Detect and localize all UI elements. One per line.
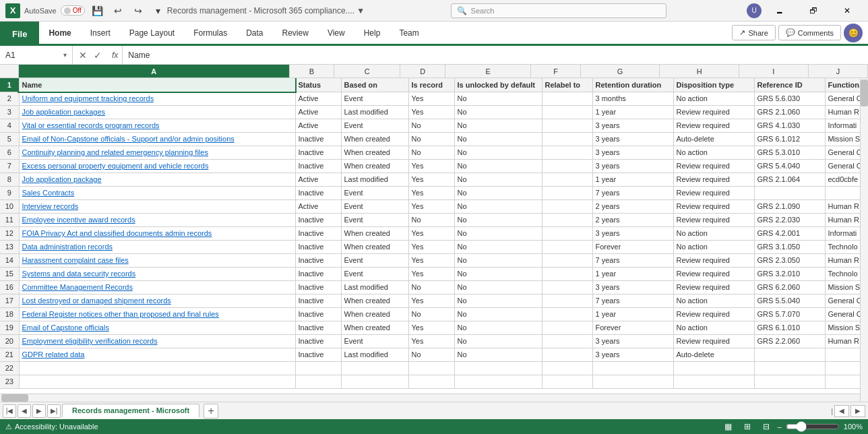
name-box-dropdown[interactable]: ▾ <box>63 51 67 59</box>
cell-D4[interactable]: No <box>408 119 454 132</box>
cell-H13[interactable]: No action <box>673 240 754 253</box>
tab-home[interactable]: Home <box>39 22 80 46</box>
cell-F16[interactable] <box>542 280 592 294</box>
cell-B16[interactable]: Inactive <box>295 280 341 294</box>
cell-D10[interactable]: Yes <box>408 199 454 213</box>
cell-C6[interactable]: When created <box>341 146 408 159</box>
sheet-tab-records[interactable]: Records management - Microsoft <box>62 404 199 418</box>
cell-H16[interactable]: Review required <box>673 280 754 294</box>
cell-C20[interactable]: Event <box>341 334 408 348</box>
cell-E23[interactable] <box>454 375 542 388</box>
cell-I10[interactable]: GRS 2.1.090 <box>754 199 825 213</box>
file-tab[interactable]: File <box>0 22 39 46</box>
ribbon-user-avatar[interactable]: 😊 <box>844 24 863 42</box>
cell-G16[interactable]: 3 years <box>592 280 673 294</box>
cell-I5[interactable]: GRS 6.1.012 <box>754 132 825 146</box>
cell-C13[interactable]: When created <box>341 240 408 253</box>
cell-H17[interactable]: No action <box>673 294 754 307</box>
cell-I2[interactable]: GRS 5.6.030 <box>754 92 825 105</box>
cell-E18[interactable]: No <box>454 307 542 321</box>
cell-H9[interactable]: Review required <box>673 186 754 199</box>
cell-G1[interactable]: Retention duration <box>592 78 673 92</box>
cell-H8[interactable]: Review required <box>673 173 754 186</box>
cell-F14[interactable] <box>542 253 592 267</box>
cell-I18[interactable]: GRS 5.7.070 <box>754 307 825 321</box>
cell-B18[interactable]: Inactive <box>295 307 341 321</box>
cell-I3[interactable]: GRS 2.1.060 <box>754 105 825 119</box>
row-number[interactable]: 15 <box>0 267 19 280</box>
sheet-nav-last[interactable]: ▶| <box>47 404 61 418</box>
cell-D18[interactable]: No <box>408 307 454 321</box>
cell-C18[interactable]: When created <box>341 307 408 321</box>
cell-A22[interactable] <box>19 361 295 375</box>
row-number[interactable]: 9 <box>0 186 19 199</box>
cell-D17[interactable]: Yes <box>408 294 454 307</box>
cell-B22[interactable] <box>295 361 341 375</box>
cell-B3[interactable]: Active <box>295 105 341 119</box>
cell-B9[interactable]: Inactive <box>295 186 341 199</box>
row-number[interactable]: 12 <box>0 226 19 240</box>
cell-C8[interactable]: Last modified <box>341 173 408 186</box>
cell-A14[interactable]: Harassment complaint case files <box>19 253 295 267</box>
row-number[interactable]: 7 <box>0 159 19 173</box>
cell-C7[interactable]: When created <box>341 159 408 173</box>
cell-H14[interactable]: Review required <box>673 253 754 267</box>
cell-D11[interactable]: No <box>408 213 454 226</box>
cell-F20[interactable] <box>542 334 592 348</box>
cell-E20[interactable]: No <box>454 334 542 348</box>
cell-C21[interactable]: Last modified <box>341 348 408 361</box>
cell-C19[interactable]: When created <box>341 321 408 334</box>
cell-E11[interactable]: No <box>454 213 542 226</box>
cell-D13[interactable]: Yes <box>408 240 454 253</box>
cell-C14[interactable]: Event <box>341 253 408 267</box>
cell-H11[interactable]: Review required <box>673 213 754 226</box>
cell-F23[interactable] <box>542 375 592 388</box>
cell-I8[interactable]: GRS 2.1.064 <box>754 173 825 186</box>
cell-A18[interactable]: Federal Register notices other than prop… <box>19 307 295 321</box>
cell-B19[interactable]: Inactive <box>295 321 341 334</box>
cell-H19[interactable]: No action <box>673 321 754 334</box>
row-number[interactable]: 22 <box>0 361 19 375</box>
cell-D20[interactable]: Yes <box>408 334 454 348</box>
cell-G22[interactable] <box>592 361 673 375</box>
cell-E22[interactable] <box>454 361 542 375</box>
cell-C11[interactable]: Event <box>341 213 408 226</box>
comments-button[interactable]: 💬 Comments <box>778 25 841 40</box>
col-header-b[interactable]: B <box>290 65 335 78</box>
cell-E16[interactable]: No <box>454 280 542 294</box>
col-header-h[interactable]: H <box>660 65 739 78</box>
user-avatar[interactable]: U <box>747 3 762 18</box>
cell-G7[interactable]: 3 years <box>592 159 673 173</box>
cell-H20[interactable]: Review required <box>673 334 754 348</box>
cell-C1[interactable]: Based on <box>341 78 408 92</box>
cell-C17[interactable]: When created <box>341 294 408 307</box>
cell-A20[interactable]: Employment eligibility verification reco… <box>19 334 295 348</box>
cell-I16[interactable]: GRS 6.2.060 <box>754 280 825 294</box>
cell-H7[interactable]: Review required <box>673 159 754 173</box>
cell-H22[interactable] <box>673 361 754 375</box>
tab-data[interactable]: Data <box>237 22 272 46</box>
cell-G18[interactable]: 1 year <box>592 307 673 321</box>
cell-E12[interactable]: No <box>454 226 542 240</box>
row-number[interactable]: 1 <box>0 78 19 92</box>
cell-F5[interactable] <box>542 132 592 146</box>
cancel-formula-button[interactable]: ✕ <box>77 50 89 61</box>
cell-E5[interactable]: No <box>454 132 542 146</box>
cell-E9[interactable]: No <box>454 186 542 199</box>
cell-D6[interactable]: No <box>408 146 454 159</box>
cell-I20[interactable]: GRS 2.2.060 <box>754 334 825 348</box>
cell-I17[interactable]: GRS 5.5.040 <box>754 294 825 307</box>
cell-B5[interactable]: Inactive <box>295 132 341 146</box>
close-button[interactable]: ✕ <box>832 0 863 22</box>
cell-G23[interactable] <box>592 375 673 388</box>
cell-E4[interactable]: No <box>454 119 542 132</box>
cell-C12[interactable]: When created <box>341 226 408 240</box>
col-header-i[interactable]: I <box>739 65 809 78</box>
cell-E8[interactable]: No <box>454 173 542 186</box>
cell-A13[interactable]: Data administration records <box>19 240 295 253</box>
row-number[interactable]: 19 <box>0 321 19 334</box>
cell-G9[interactable]: 7 years <box>592 186 673 199</box>
cell-H15[interactable]: Review required <box>673 267 754 280</box>
cell-G17[interactable]: 7 years <box>592 294 673 307</box>
cell-F9[interactable] <box>542 186 592 199</box>
